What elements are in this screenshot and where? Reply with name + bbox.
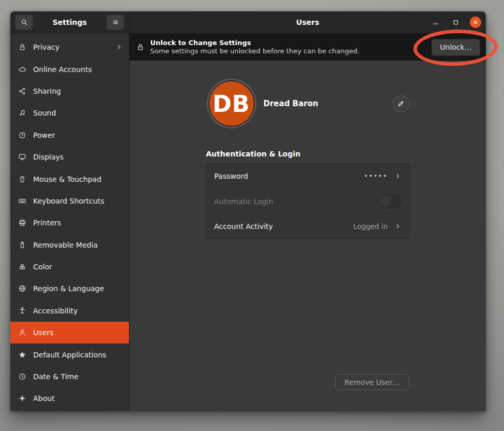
sidebar-item-label: Date & Time (33, 372, 79, 381)
sidebar-header: Settings (10, 11, 129, 34)
sidebar-item-label: About (33, 394, 54, 403)
row-automatic-login[interactable]: Automatic Login (207, 189, 409, 213)
maximize-button[interactable] (450, 16, 462, 28)
sidebar-item-accessibility[interactable]: Accessibility (10, 300, 129, 322)
sidebar-item-region-language[interactable]: Region & Language (10, 278, 129, 299)
window-controls (429, 11, 481, 33)
sidebar-title: Settings (52, 18, 87, 26)
sidebar-item-sharing[interactable]: Sharing (10, 80, 129, 102)
menu-button[interactable] (106, 15, 124, 30)
sidebar-item-label: Accessibility (33, 307, 78, 315)
sparkle-icon (18, 394, 26, 403)
row-label: Password (214, 172, 248, 180)
sidebar-item-default-applications[interactable]: Default Applications (10, 343, 129, 365)
minimize-icon (431, 18, 440, 26)
unlock-button[interactable]: Unlock… (431, 39, 480, 56)
keyboard-icon (18, 197, 26, 205)
sidebar-item-power[interactable]: Power (10, 124, 129, 146)
sidebar-item-removable-media[interactable]: Removable Media (10, 234, 129, 256)
sidebar-item-date-time[interactable]: Date & Time (10, 366, 129, 387)
sidebar-item-label: Power (33, 131, 55, 139)
sidebar-item-keyboard-shortcuts[interactable]: Keyboard Shortcuts (10, 190, 129, 212)
sidebar-item-printers[interactable]: Printers (10, 212, 129, 234)
sidebar-item-label: Default Applications (33, 351, 106, 359)
minimize-button[interactable] (429, 16, 442, 28)
chevron-right-icon (116, 44, 123, 51)
sidebar-item-users[interactable]: Users (10, 322, 129, 343)
sound-icon (18, 109, 26, 117)
row-account-activity[interactable]: Account ActivityLogged in (207, 213, 409, 238)
users-icon (18, 328, 26, 337)
row-value: ••••• (364, 173, 387, 180)
sidebar-item-online-accounts[interactable]: Online Accounts (10, 58, 129, 80)
sidebar-item-sound[interactable]: Sound (10, 102, 129, 124)
sidebar-item-displays[interactable]: Displays (10, 146, 129, 168)
sidebar: Settings PrivacyOnline AccountsSharingSo… (10, 11, 129, 411)
close-button[interactable] (470, 17, 481, 28)
sidebar-item-label: Privacy (33, 43, 60, 51)
unlock-banner-title: Unlock to Change Settings (150, 39, 359, 47)
chevron-right-icon (394, 223, 401, 230)
sidebar-item-label: Online Accounts (33, 65, 92, 74)
user-identity-row: DB Dread Baron (206, 81, 410, 126)
maximize-icon (452, 18, 460, 26)
accessibility-icon (18, 307, 26, 315)
search-icon (20, 18, 28, 26)
sidebar-item-label: Color (33, 263, 52, 271)
globe-icon (18, 284, 26, 293)
page-title: Users (296, 18, 319, 26)
unlock-banner: Unlock to Change Settings Some settings … (129, 34, 486, 61)
automatic-login-toggle[interactable] (378, 195, 401, 208)
sidebar-item-label: Keyboard Shortcuts (33, 197, 104, 205)
section-title-authentication: Authentication & Login (206, 150, 410, 158)
chevron-right-icon (394, 173, 401, 180)
close-icon (471, 18, 480, 26)
menu-icon (111, 18, 120, 26)
content-pane: Users Unlock to Change Settings Some set… (129, 11, 486, 411)
sidebar-item-color[interactable]: Color (10, 256, 129, 278)
share-icon (18, 87, 26, 95)
settings-window: Settings PrivacyOnline AccountsSharingSo… (10, 11, 486, 411)
star-icon (18, 351, 26, 359)
sidebar-item-label: Printers (33, 219, 61, 227)
lock-icon (18, 43, 26, 51)
unlock-banner-subtitle: Some settings must be unlocked before th… (150, 47, 359, 55)
clock-icon (18, 372, 26, 381)
content-header: Users (129, 11, 486, 34)
row-password[interactable]: Password••••• (207, 164, 409, 189)
sidebar-item-about[interactable]: About (10, 387, 129, 409)
remove-user-button[interactable]: Remove User… (335, 374, 409, 390)
power-icon (18, 131, 26, 139)
display-icon (18, 153, 26, 161)
sidebar-list: PrivacyOnline AccountsSharingSoundPowerD… (10, 34, 129, 411)
sidebar-item-label: Displays (33, 153, 64, 161)
mouse-icon (18, 175, 26, 183)
row-label: Automatic Login (214, 197, 273, 206)
removable-media-icon (18, 241, 26, 249)
sidebar-item-label: Sound (33, 109, 56, 117)
printer-icon (18, 219, 26, 227)
cloud-icon (18, 65, 26, 74)
color-icon (18, 263, 26, 271)
unlock-banner-text: Unlock to Change Settings Some settings … (150, 39, 359, 56)
row-label: Account Activity (214, 222, 273, 231)
edit-name-button[interactable] (393, 95, 410, 112)
user-name: Dread Baron (264, 99, 319, 108)
sidebar-item-label: Region & Language (33, 284, 104, 293)
toggle-knob (378, 195, 392, 208)
pencil-icon (397, 99, 405, 108)
row-value: Logged in (353, 222, 387, 231)
lock-icon (136, 43, 145, 51)
sidebar-item-label: Removable Media (33, 241, 98, 249)
sidebar-item-privacy[interactable]: Privacy (10, 36, 129, 58)
avatar[interactable]: DB (209, 81, 254, 126)
sidebar-item-label: Users (33, 328, 53, 337)
users-panel: DB Dread Baron Authentication & Login Pa… (129, 61, 486, 411)
authentication-card: Password•••••Automatic LoginAccount Acti… (206, 163, 410, 239)
search-button[interactable] (15, 15, 33, 30)
sidebar-item-mouse-touchpad[interactable]: Mouse & Touchpad (10, 168, 129, 190)
sidebar-item-label: Mouse & Touchpad (33, 175, 102, 183)
sidebar-item-label: Sharing (33, 87, 61, 95)
